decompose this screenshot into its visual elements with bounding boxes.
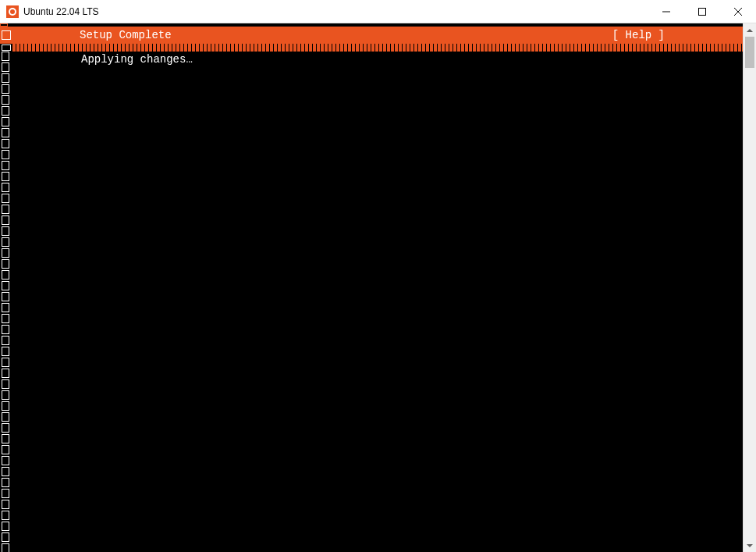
progress-tick <box>274 44 277 52</box>
progress-tick <box>520 44 523 52</box>
close-button[interactable] <box>720 0 756 23</box>
decoration-box <box>2 183 9 192</box>
progress-tick <box>617 44 620 52</box>
decoration-box <box>2 248 9 258</box>
progress-tick <box>235 44 238 52</box>
progress-tick <box>730 44 733 52</box>
window-controls <box>648 0 756 23</box>
progress-tick <box>71 44 74 52</box>
progress-tick <box>535 44 538 52</box>
progress-tick <box>157 44 160 52</box>
progress-tick <box>406 44 410 52</box>
progress-tick <box>83 44 86 52</box>
progress-tick <box>188 44 191 52</box>
progress-tick <box>457 44 460 52</box>
progress-tick <box>321 44 324 52</box>
progress-tick <box>465 44 468 52</box>
progress-tick <box>24 44 27 52</box>
progress-tick <box>169 44 172 52</box>
decoration-box <box>2 314 9 323</box>
progress-tick <box>208 44 211 52</box>
progress-tick <box>348 44 351 52</box>
svg-rect-3 <box>699 8 706 15</box>
progress-tick <box>695 44 698 52</box>
scroll-track[interactable] <box>744 37 756 539</box>
progress-bar <box>0 44 743 52</box>
progress-tick <box>126 44 129 52</box>
decoration-box <box>2 150 9 159</box>
progress-tick <box>586 44 589 52</box>
progress-tick <box>641 44 644 52</box>
progress-tick <box>547 44 550 52</box>
scroll-down-arrow[interactable] <box>744 539 756 552</box>
maximize-button[interactable] <box>684 0 720 23</box>
progress-tick <box>484 44 488 52</box>
progress-tick <box>153 44 156 52</box>
help-button[interactable]: [ Help ] <box>612 29 665 41</box>
progress-tick <box>629 44 632 52</box>
progress-tick <box>44 44 47 52</box>
progress-tick <box>488 44 492 52</box>
progress-tick <box>418 44 421 52</box>
progress-tick <box>703 44 706 52</box>
terminal-content: Applying changes… <box>0 52 743 552</box>
progress-tick <box>297 44 300 52</box>
progress-tick <box>531 44 534 52</box>
progress-tick <box>648 44 651 52</box>
minimize-button[interactable] <box>648 0 684 23</box>
progress-tick <box>79 44 82 52</box>
progress-tick <box>691 44 694 52</box>
decoration-box <box>2 95 9 105</box>
progress-tick <box>270 44 273 52</box>
left-decorations <box>2 52 11 552</box>
progress-tick <box>594 44 597 52</box>
progress-tick <box>165 44 168 52</box>
progress-tick <box>543 44 546 52</box>
progress-tick <box>278 44 281 52</box>
progress-tick <box>36 44 39 52</box>
progress-tick <box>20 44 23 52</box>
setup-header: Setup Complete [ Help ] <box>0 27 743 44</box>
progress-tick <box>496 44 499 52</box>
content-wrapper: Setup Complete [ Help ] Applying changes… <box>0 23 756 552</box>
decoration-box <box>2 30 11 40</box>
decoration-box <box>2 205 9 214</box>
decoration-box <box>2 423 9 433</box>
progress-tick <box>399 44 402 52</box>
progress-tick <box>40 44 43 52</box>
progress-tick <box>106 44 109 52</box>
progress-tick <box>325 44 328 52</box>
decoration-box <box>2 467 9 476</box>
progress-tick <box>266 44 269 52</box>
decoration-box <box>2 281 9 290</box>
progress-tick <box>481 44 484 52</box>
progress-tick <box>364 44 367 52</box>
window-titlebar: Ubuntu 22.04 LTS <box>0 0 756 23</box>
decoration-box <box>2 215 9 225</box>
scroll-thumb[interactable] <box>745 37 754 68</box>
vertical-scrollbar[interactable] <box>743 23 756 552</box>
progress-tick <box>453 44 456 52</box>
scroll-up-arrow[interactable] <box>744 23 756 37</box>
progress-tick <box>247 44 250 52</box>
progress-tick <box>379 44 382 52</box>
progress-tick <box>258 44 261 52</box>
progress-tick <box>430 44 433 52</box>
decoration-box <box>2 379 9 389</box>
progress-tick <box>215 44 218 52</box>
decoration-box <box>2 106 9 116</box>
progress-tick <box>200 44 203 52</box>
progress-tick <box>566 44 570 52</box>
decoration-box <box>2 128 9 137</box>
progress-tick <box>344 44 347 52</box>
progress-tick <box>286 44 289 52</box>
decoration-box <box>2 172 9 181</box>
decoration-box <box>2 52 9 61</box>
progress-tick <box>434 44 437 52</box>
progress-tick <box>219 44 222 52</box>
progress-tick <box>387 44 390 52</box>
progress-tick <box>87 44 90 52</box>
progress-tick <box>527 44 531 52</box>
progress-tick <box>55 44 59 52</box>
progress-tick <box>469 44 472 52</box>
